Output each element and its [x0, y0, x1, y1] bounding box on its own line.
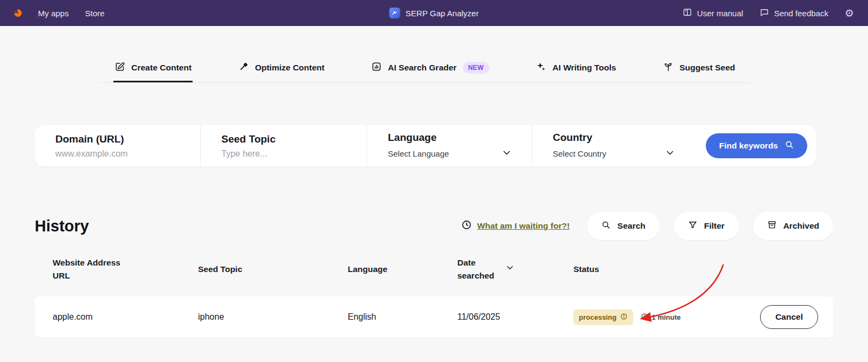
- row-status-cell: processing 1 minute: [573, 309, 752, 325]
- tab-ai-writing-tools[interactable]: AI Writing Tools: [534, 55, 617, 82]
- col-date-searched[interactable]: Date searched: [457, 256, 573, 282]
- search-icon: [784, 140, 794, 152]
- country-select-value: Select Country: [553, 149, 606, 158]
- col-website-address-url: Website Address URL: [53, 256, 139, 282]
- grader-chart-icon: [371, 61, 382, 74]
- sparkles-icon: [535, 61, 546, 74]
- keyword-form-card: Domain (URL) Seed Topic Language Select …: [35, 125, 816, 166]
- chevron-down-icon: [501, 147, 512, 160]
- archived-button-label: Archived: [783, 221, 819, 231]
- new-badge: NEW: [463, 62, 489, 74]
- filter-button[interactable]: Filter: [674, 212, 739, 240]
- search-button[interactable]: Search: [587, 212, 660, 240]
- row-action-cell: Cancel: [752, 305, 833, 329]
- navbar-left: My apps Store: [14, 9, 105, 18]
- domain-label: Domain (URL): [55, 133, 200, 145]
- tab-bar: Create Content Optimize Content AI Searc…: [99, 55, 750, 83]
- row-seed-topic: iphone: [198, 312, 348, 322]
- row-date-searched: 11/06/2025: [457, 312, 573, 322]
- app-logo-icon: [390, 8, 400, 18]
- waiting-info: What am I waiting for?!: [461, 219, 570, 232]
- archive-box-icon: [767, 220, 777, 232]
- chevron-down-icon: [505, 263, 515, 276]
- find-keywords-button[interactable]: Find keywords: [706, 133, 807, 158]
- chevron-down-icon: [665, 147, 675, 160]
- col-date-searched-label: Date searched: [457, 256, 501, 282]
- history-title: History: [35, 217, 89, 235]
- hammer-icon: [238, 61, 249, 74]
- status-badge-label: processing: [579, 313, 616, 321]
- table-row: apple.com iphone English 11/06/2025 proc…: [35, 296, 833, 338]
- archived-button[interactable]: Archived: [753, 212, 833, 240]
- edit-pencil-icon: [114, 61, 125, 74]
- cancel-button[interactable]: Cancel: [760, 305, 818, 329]
- language-select-value: Select Language: [388, 149, 449, 158]
- history-actions: What am I waiting for?! Search Filter Ar…: [461, 212, 833, 240]
- book-icon: [682, 8, 692, 19]
- seedling-icon: [663, 61, 674, 74]
- send-feedback-label: Send feedback: [774, 9, 828, 18]
- tab-label: AI Search Grader: [388, 63, 457, 73]
- tab-label: Create Content: [131, 63, 192, 73]
- user-manual-label: User manual: [697, 9, 743, 18]
- nav-store[interactable]: Store: [85, 9, 105, 18]
- language-field-group: Language Select Language: [367, 125, 532, 166]
- send-feedback-link[interactable]: Send feedback: [760, 8, 828, 19]
- row-language: English: [348, 312, 457, 322]
- domain-field-group: Domain (URL): [35, 125, 201, 166]
- tab-ai-search-grader[interactable]: AI Search Grader NEW: [370, 55, 490, 82]
- tab-label: AI Writing Tools: [552, 63, 616, 73]
- navbar-right: User manual Send feedback ⚙: [682, 8, 854, 19]
- search-icon: [601, 220, 611, 232]
- filter-funnel-icon: [688, 220, 698, 232]
- settings-gear-icon[interactable]: ⚙: [845, 8, 854, 18]
- tab-optimize-content[interactable]: Optimize Content: [237, 55, 326, 82]
- info-icon[interactable]: [620, 313, 628, 322]
- nav-my-apps[interactable]: My apps: [38, 9, 69, 18]
- history-section: History What am I waiting for?! Search F…: [35, 212, 833, 338]
- row-website-url: apple.com: [53, 312, 198, 322]
- domain-input[interactable]: [55, 149, 169, 159]
- col-status: Status: [573, 263, 752, 276]
- search-button-label: Search: [617, 221, 646, 231]
- clock-icon: [461, 219, 472, 232]
- history-header: History What am I waiting for?! Search F…: [35, 212, 833, 240]
- language-select[interactable]: Select Language: [388, 147, 532, 160]
- elapsed-time-label: 1 minute: [652, 313, 680, 321]
- elapsed-time: 1 minute: [641, 313, 680, 322]
- language-label: Language: [388, 132, 532, 144]
- chat-bubble-icon: [760, 8, 769, 19]
- filter-button-label: Filter: [704, 221, 725, 231]
- user-manual-link[interactable]: User manual: [682, 8, 743, 19]
- country-select[interactable]: Select Country: [553, 147, 695, 160]
- col-language: Language: [348, 263, 457, 276]
- status-badge: processing: [573, 309, 633, 325]
- tab-label: Suggest Seed: [680, 63, 736, 73]
- app-title: SERP Gap Analyzer: [406, 9, 479, 18]
- country-field-group: Country Select Country: [532, 125, 695, 166]
- tab-label: Optimize Content: [255, 63, 324, 73]
- brand-logo-icon[interactable]: [12, 8, 23, 18]
- app-title-group: SERP Gap Analyzer: [390, 8, 479, 18]
- top-navbar: My apps Store SERP Gap Analyzer User man…: [0, 0, 868, 26]
- country-label: Country: [553, 132, 695, 144]
- col-seed-topic: Seed Topic: [198, 263, 348, 276]
- history-table-header: Website Address URL Seed Topic Language …: [35, 256, 833, 282]
- seed-topic-input[interactable]: [221, 149, 335, 159]
- clock-icon: [641, 313, 648, 322]
- seed-topic-label: Seed Topic: [221, 133, 367, 145]
- tab-suggest-seed[interactable]: Suggest Seed: [662, 55, 737, 82]
- tab-create-content[interactable]: Create Content: [113, 55, 193, 82]
- seed-topic-field-group: Seed Topic: [201, 125, 367, 166]
- find-keywords-label: Find keywords: [719, 141, 778, 151]
- waiting-link[interactable]: What am I waiting for?!: [477, 221, 570, 231]
